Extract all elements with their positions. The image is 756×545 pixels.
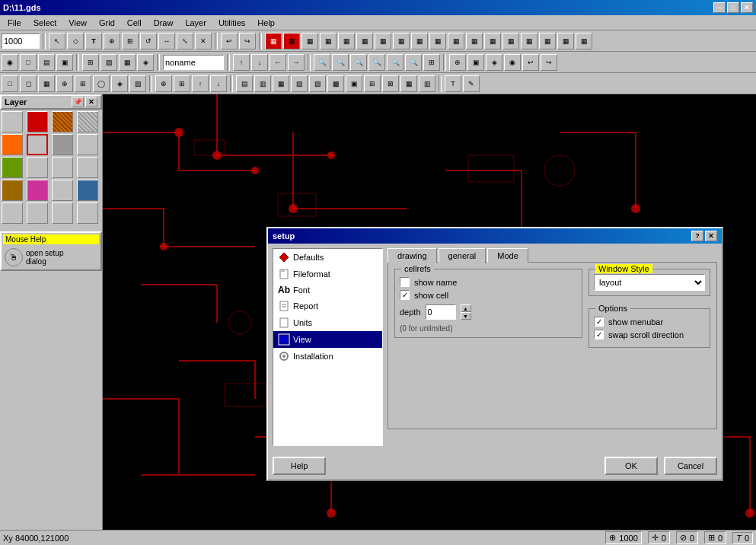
tb3-17[interactable]: ▨	[309, 75, 326, 92]
show-name-checkbox[interactable]	[400, 277, 410, 287]
tb2-cell4[interactable]: ↪	[541, 54, 557, 71]
nav-item-fileformat[interactable]: Fileformat	[273, 266, 382, 282]
layer-btn-1[interactable]	[27, 111, 48, 132]
layer-btn-16[interactable]	[2, 202, 23, 224]
tb3-8[interactable]: ▨	[129, 75, 146, 92]
tb2-zoom4[interactable]: 🔍	[368, 54, 385, 71]
menu-grid[interactable]: Grid	[93, 17, 121, 29]
layer-btn-5[interactable]	[27, 134, 48, 155]
tb2-zoom7[interactable]: ⊞	[423, 54, 440, 71]
tb3-13[interactable]: ▤	[236, 75, 253, 92]
menu-cell[interactable]: Cell	[121, 17, 148, 29]
tb3-25[interactable]: ✎	[463, 75, 480, 92]
tb3-9[interactable]: ⊕	[155, 75, 172, 92]
swap-scroll-checkbox[interactable]	[594, 330, 604, 339]
tb3-2[interactable]: ◻	[20, 75, 37, 92]
tb3-16[interactable]: ▧	[291, 75, 308, 92]
menu-help[interactable]: Help	[251, 17, 281, 29]
layer-btn-18[interactable]	[52, 202, 73, 224]
tb-pcb16[interactable]: ▦	[539, 33, 556, 49]
tab-mode[interactable]: Mode	[487, 248, 528, 263]
layer-btn-0[interactable]	[2, 111, 23, 132]
tb2-nav4[interactable]: →	[288, 54, 305, 71]
layer-btn-17[interactable]	[27, 202, 48, 224]
tb-pcb3[interactable]: ▦	[301, 33, 318, 49]
layer-btn-2[interactable]	[52, 111, 73, 132]
tab-general[interactable]: general	[439, 248, 486, 263]
layer-btn-6[interactable]	[52, 134, 73, 155]
tb3-3[interactable]: ▦	[38, 75, 55, 92]
tb3-1[interactable]: □	[2, 75, 18, 92]
nav-item-installation[interactable]: Installation	[273, 348, 382, 365]
tb2-nav3[interactable]: ←	[270, 54, 286, 71]
layer-btn-10[interactable]	[52, 157, 73, 178]
tb-mirror[interactable]: ↔	[158, 33, 175, 49]
tb-pcb9[interactable]: ▦	[411, 33, 428, 49]
nav-item-defaults[interactable]: Defaults	[273, 249, 382, 266]
tb3-11[interactable]: ↑	[192, 75, 209, 92]
zoom-input[interactable]	[2, 33, 40, 49]
menu-view[interactable]: View	[62, 17, 93, 29]
nav-item-report[interactable]: Report	[273, 298, 382, 314]
depth-up[interactable]: ▲	[461, 304, 471, 312]
show-menubar-checkbox[interactable]	[594, 317, 604, 327]
dialog-close-button[interactable]: ✕	[705, 231, 717, 241]
show-cell-checkbox[interactable]	[400, 290, 410, 300]
layer-btn-15[interactable]	[77, 180, 98, 201]
tb2-zoom1[interactable]: 🔍	[314, 54, 330, 71]
tb-arrow[interactable]: ↖	[49, 33, 65, 49]
tb-pcb6[interactable]: ▦	[356, 33, 373, 49]
tb3-6[interactable]: ◯	[93, 75, 110, 92]
tb2-cell2[interactable]: ◉	[504, 54, 521, 71]
tb2-4[interactable]: ▣	[56, 54, 73, 71]
close-button[interactable]: ✕	[741, 2, 753, 13]
tb-delete[interactable]: ✕	[195, 33, 212, 49]
tb2-2[interactable]: □	[20, 54, 37, 71]
tb-pcb12[interactable]: ▦	[466, 33, 483, 49]
tb3-22[interactable]: ▦	[400, 75, 417, 92]
tb-pcb17[interactable]: ▦	[557, 33, 574, 49]
layer-btn-12[interactable]	[2, 180, 23, 201]
layer-panel-close[interactable]: ✕	[85, 97, 97, 107]
menu-draw[interactable]: Draw	[148, 17, 180, 29]
maximize-button[interactable]: □	[727, 2, 739, 13]
tb3-18[interactable]: ▩	[327, 75, 344, 92]
tb-move[interactable]: ⊕	[104, 33, 120, 49]
tb3-14[interactable]: ▥	[254, 75, 271, 92]
tb3-5[interactable]: ⊞	[75, 75, 91, 92]
layer-btn-8[interactable]	[2, 157, 23, 178]
tb2-cell3[interactable]: ↩	[522, 54, 539, 71]
menu-select[interactable]: Select	[27, 17, 63, 29]
tb-pcb13[interactable]: ▦	[484, 33, 501, 49]
tb-rotate[interactable]: ↺	[140, 33, 157, 49]
tb3-10[interactable]: ⊞	[174, 75, 190, 92]
tb3-15[interactable]: ▦	[273, 75, 289, 92]
tb-pcb2[interactable]: ▦	[283, 33, 300, 49]
layer-btn-4[interactable]	[2, 134, 23, 155]
layer-panel-pin[interactable]: 📌	[72, 97, 84, 107]
tb2-cell1[interactable]: ◈	[486, 54, 502, 71]
tb2-7[interactable]: ▦	[119, 54, 136, 71]
menu-layer[interactable]: Layer	[179, 17, 212, 29]
cancel-button[interactable]: Cancel	[664, 457, 717, 475]
layer-btn-11[interactable]	[77, 157, 98, 178]
tb-pcb5[interactable]: ▦	[338, 33, 355, 49]
tb2-8[interactable]: ◈	[137, 54, 154, 71]
tb3-4[interactable]: ⊕	[56, 75, 73, 92]
layer-btn-7[interactable]	[77, 134, 98, 155]
tb-pcb8[interactable]: ▦	[393, 33, 410, 49]
tb-scale[interactable]: ⤡	[177, 33, 193, 49]
tb2-zoom6[interactable]: 🔍	[405, 54, 422, 71]
tb2-5[interactable]: ⊞	[82, 54, 99, 71]
tb2-3[interactable]: ▤	[38, 54, 55, 71]
help-button[interactable]: Help	[273, 457, 326, 475]
tb-pcb18[interactable]: ▦	[576, 33, 592, 49]
tb2-zoom3[interactable]: 🔍	[350, 54, 367, 71]
tb-copy[interactable]: ⊞	[122, 33, 139, 49]
tb-pcb15[interactable]: ▦	[521, 33, 537, 49]
tb2-zoom2[interactable]: 🔍	[332, 54, 349, 71]
layer-btn-14[interactable]	[52, 180, 73, 201]
ok-button[interactable]: OK	[604, 457, 658, 475]
tb-redo[interactable]: ↪	[239, 33, 256, 49]
tb3-23[interactable]: ▥	[419, 75, 435, 92]
